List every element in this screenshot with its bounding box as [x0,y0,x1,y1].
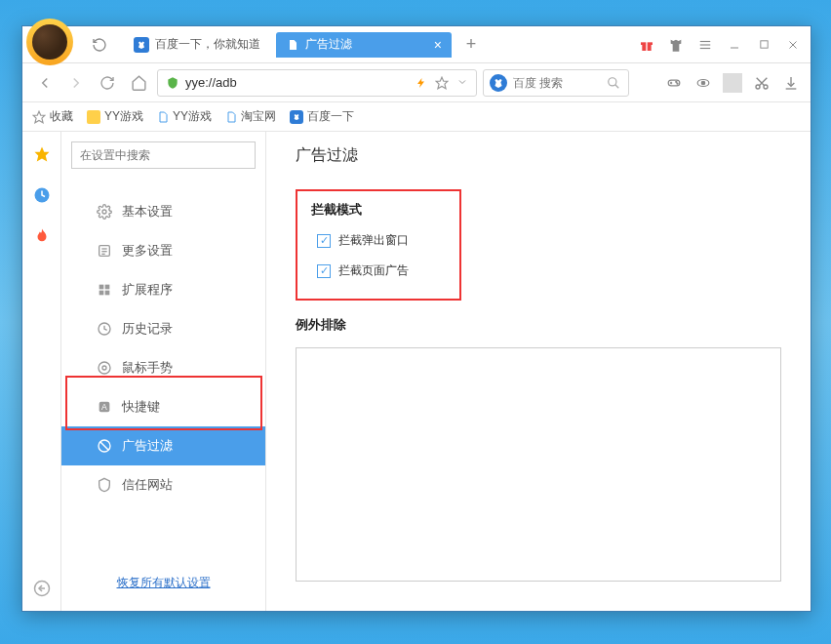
apps-icon[interactable] [635,73,654,93]
page-title: 广告过滤 [296,145,781,166]
svg-line-12 [615,84,619,88]
baidu-icon [490,74,507,92]
svg-text:A: A [101,402,107,412]
nav-mouse[interactable]: 鼠标手势 [61,348,265,387]
svg-rect-38 [105,291,110,296]
svg-rect-35 [99,285,104,290]
exception-title: 例外排除 [296,316,781,334]
mode-title: 拦截模式 [311,201,446,219]
nav-label: 鼠标手势 [122,359,173,377]
eye-icon[interactable] [693,73,713,93]
nav-extensions[interactable]: 扩展程序 [61,270,265,309]
svg-rect-37 [99,291,104,296]
reload-button[interactable] [95,70,120,96]
star-icon[interactable] [33,145,51,163]
bookmark-label: YY游戏 [173,108,212,125]
bookmark-label: 百度一下 [307,108,354,125]
checkbox-pagead[interactable]: ✓ 拦截页面广告 [317,262,446,279]
highlight-box-mode: 拦截模式 ✓ 拦截弹出窗口 ✓ 拦截页面广告 [296,189,461,301]
address-bar: yye://adb [22,63,811,102]
settings-nav-list: 基本设置 更多设置 扩展程序 历史记录 鼠标手势 [61,179,265,555]
bookmark-yy2[interactable]: YY游戏 [157,108,212,125]
nav-label: 快捷键 [122,398,160,416]
checkbox-popup[interactable]: ✓ 拦截弹出窗口 [317,232,446,249]
back-button[interactable] [32,70,58,96]
svg-rect-7 [760,41,767,48]
clock-icon[interactable] [33,186,51,204]
svg-point-16 [676,81,677,82]
minimize-icon[interactable] [725,35,744,55]
favorite-icon[interactable] [435,76,449,90]
chevron-down-icon[interactable] [456,76,468,90]
tab-active[interactable]: 广告过滤 × [276,32,452,58]
nav-history[interactable]: 历史记录 [61,309,265,348]
forward-button[interactable] [63,70,89,96]
search-icon[interactable] [607,76,620,90]
bookmark-yy1[interactable]: YY游戏 [87,108,143,125]
exception-list[interactable] [296,347,781,582]
divider [723,73,742,93]
browser-window: 百度一下，你就知道 广告过滤 × + [21,25,811,612]
cut-icon[interactable] [752,73,772,93]
address-actions [416,76,468,90]
nav-label: 基本设置 [122,203,173,221]
bookmark-taobao[interactable]: 淘宝网 [225,108,276,125]
svg-point-19 [701,81,705,85]
search-box[interactable] [483,69,629,97]
nav-more[interactable]: 更多设置 [61,231,265,270]
bookmark-baidu[interactable]: 百度一下 [290,108,354,125]
page-favicon [286,38,299,52]
game-icon[interactable] [664,73,684,93]
settings-search-input[interactable] [80,148,247,162]
skin-icon[interactable] [666,35,686,55]
tab-history-icon[interactable] [87,32,112,58]
window-controls [637,35,803,55]
new-tab-button[interactable]: + [459,33,483,57]
bookmark-label: YY游戏 [104,108,143,125]
tab-inactive[interactable]: 百度一下，你就知道 [124,32,270,58]
nav-label: 广告过滤 [122,437,173,455]
address-text: yye://adb [185,75,237,90]
close-window-icon[interactable] [783,35,803,55]
svg-point-17 [677,83,678,84]
checkbox-label: 拦截弹出窗口 [338,232,409,249]
checkbox-label: 拦截页面广告 [338,262,409,279]
baidu-favicon [290,110,303,124]
settings-sidebar: 基本设置 更多设置 扩展程序 历史记录 鼠标手势 [61,132,266,611]
tab-label: 广告过滤 [305,36,352,53]
settings-content: 广告过滤 拦截模式 ✓ 拦截弹出窗口 ✓ 拦截页面广告 例外排除 [266,132,811,611]
svg-point-11 [609,77,616,85]
svg-marker-10 [436,77,448,89]
fire-icon[interactable] [33,227,51,245]
home-button[interactable] [126,70,151,96]
nav-basic[interactable]: 基本设置 [61,192,265,231]
titlebar: 百度一下，你就知道 广告过滤 × + [22,26,811,63]
reset-defaults-link[interactable]: 恢复所有默认设置 [61,555,265,611]
bookmark-label: 收藏 [50,108,73,125]
nav-shortcut[interactable]: A 快捷键 [61,387,265,426]
svg-point-30 [102,210,106,214]
svg-rect-36 [105,285,110,290]
gift-icon[interactable] [637,35,656,55]
menu-icon[interactable] [695,35,715,55]
bookmark-favorites[interactable]: 收藏 [32,108,73,125]
checkbox-icon: ✓ [317,234,331,248]
browser-logo [26,19,73,65]
settings-search[interactable] [71,141,256,169]
download-icon[interactable] [781,73,801,93]
nav-trust[interactable]: 信任网站 [61,465,265,504]
close-tab-icon[interactable]: × [434,37,442,53]
nav-label: 信任网站 [122,476,173,494]
checkbox-icon: ✓ [317,264,331,278]
exit-icon[interactable] [33,580,51,597]
nav-label: 更多设置 [122,242,173,260]
secure-icon [166,76,179,90]
baidu-favicon [134,37,149,53]
address-input[interactable]: yye://adb [157,69,477,97]
svg-marker-25 [33,111,45,123]
flash-icon[interactable] [416,76,427,90]
search-input[interactable] [513,76,601,90]
yy-favicon [87,110,100,124]
nav-adblock[interactable]: 广告过滤 [61,426,265,465]
maximize-icon[interactable] [754,35,773,55]
